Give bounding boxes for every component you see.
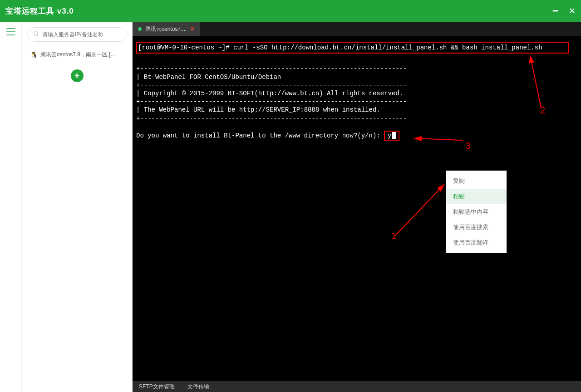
app-title: 宝塔远程工具 v3.0 [5, 6, 74, 16]
svg-point-0 [34, 31, 38, 35]
search-input[interactable] [42, 31, 121, 38]
sftp-button[interactable]: SFTP文件管理 [139, 383, 175, 391]
window-controls: ━ ✕ [553, 6, 576, 16]
menu-baidu-search[interactable]: 使用百度搜索 [446, 220, 507, 235]
terminal[interactable]: [root@VM-0-10-centos ~]# curl -sSO http:… [133, 36, 581, 381]
file-transfer-button[interactable]: 文件传输 [187, 383, 209, 391]
cursor-icon [392, 132, 396, 139]
install-prompt: Do you want to install Bt-Panel to the /… [136, 132, 384, 139]
add-server-button[interactable]: + [71, 69, 84, 82]
search-icon [33, 31, 39, 39]
terminal-line: | Copyright © 2015-2099 BT-SOFT(http://w… [136, 90, 403, 97]
command-line: [root@VM-0-10-centos ~]# curl -sSO http:… [136, 42, 569, 54]
close-button[interactable]: ✕ [569, 6, 576, 16]
server-label: 腾讯云centos7.9，南京一区 [... [40, 51, 115, 59]
svg-line-1 [37, 34, 39, 36]
menu-copy[interactable]: 复制 [446, 173, 507, 189]
search-box[interactable] [27, 27, 127, 42]
status-dot-icon [138, 27, 142, 31]
tab-label: 腾讯云centos7.... [145, 25, 187, 33]
content-area: 腾讯云centos7.... ✕ [root@VM-0-10-centos ~]… [133, 22, 581, 392]
terminal-line: +---------------------------------------… [136, 82, 407, 89]
minimize-button[interactable]: ━ [553, 6, 558, 16]
menu-paste[interactable]: 粘贴 [446, 189, 507, 204]
titlebar: 宝塔远程工具 v3.0 ━ ✕ [0, 0, 581, 22]
status-bar: SFTP文件管理 文件传输 [133, 381, 581, 392]
terminal-line: +---------------------------------------… [136, 65, 407, 72]
linux-icon: 🐧 [30, 51, 38, 59]
terminal-line: +---------------------------------------… [136, 98, 407, 105]
context-menu: 复制 粘贴 粘贴选中内容 使用百度搜索 使用百度翻译 [446, 171, 507, 253]
menu-paste-selection[interactable]: 粘贴选中内容 [446, 204, 507, 220]
menu-icon[interactable] [6, 28, 15, 35]
tab-close-icon[interactable]: ✕ [190, 26, 195, 32]
menu-baidu-translate[interactable]: 使用百度翻译 [446, 235, 507, 250]
terminal-line: | Bt-WebPanel FOR CentOS/Ubuntu/Debian [136, 74, 281, 81]
terminal-line: +---------------------------------------… [136, 115, 407, 122]
server-list-item[interactable]: 🐧 腾讯云centos7.9，南京一区 [... [27, 48, 127, 61]
terminal-tab[interactable]: 腾讯云centos7.... ✕ [133, 22, 201, 36]
sidebar: 🐧 腾讯云centos7.9，南京一区 [... + [22, 22, 133, 392]
tab-bar: 腾讯云centos7.... ✕ [133, 22, 581, 36]
input-y-box: y [384, 131, 399, 141]
left-rail [0, 22, 22, 392]
terminal-line: | The WebPanel URL will be http://SERVER… [136, 106, 380, 113]
